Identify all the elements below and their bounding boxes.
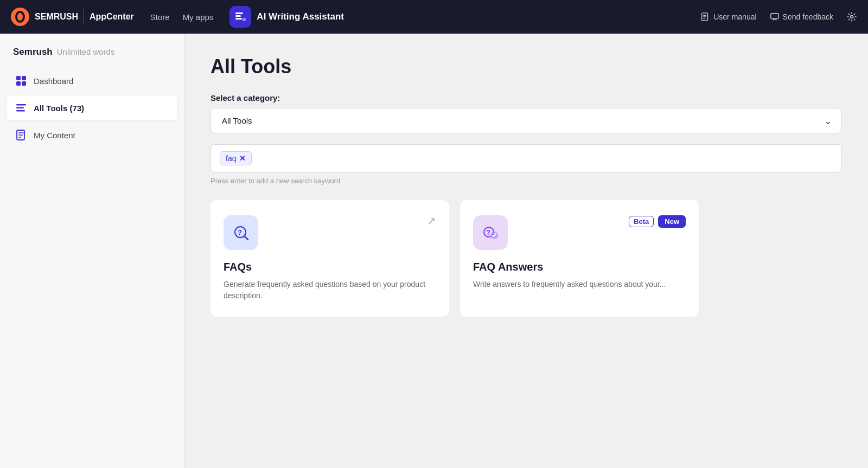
semrush-logo-icon <box>11 8 29 26</box>
appcenter-text: AppCenter <box>90 12 134 22</box>
sidebar-item-dashboard-label: Dashboard <box>34 76 73 86</box>
category-label: Select a category: <box>210 93 842 102</box>
category-select-wrapper: All Tools SEO Content Social Media ⌄ <box>210 108 842 133</box>
header-divider <box>84 9 84 24</box>
search-tag-close-button[interactable]: ✕ <box>239 155 246 162</box>
badge-beta: Beta <box>629 216 654 227</box>
sidebar-item-my-content-label: My Content <box>34 131 75 140</box>
my-content-icon <box>15 129 27 141</box>
svg-rect-19 <box>16 110 25 112</box>
app-title-section: AI Writing Assistant <box>229 6 344 28</box>
layout: Semrush Unlimited words Dashboard <box>0 34 868 468</box>
book-icon <box>700 12 710 22</box>
cards-grid: ? ↗ FAQs Generate frequently asked quest… <box>210 200 699 317</box>
dashboard-icon <box>15 75 27 87</box>
faqs-card-title: FAQs <box>224 261 436 273</box>
card-top-faq-answers: ? Beta New <box>473 215 686 250</box>
faq-answers-card-title: FAQ Answers <box>473 261 686 273</box>
app-title-text: AI Writing Assistant <box>257 11 344 22</box>
send-feedback-button[interactable]: Send feedback <box>770 12 833 22</box>
user-manual-button[interactable]: User manual <box>700 12 756 22</box>
faq-answers-card-desc: Write answers to frequently asked questi… <box>473 279 686 290</box>
svg-rect-15 <box>16 81 21 86</box>
svg-rect-13 <box>16 76 21 80</box>
svg-rect-14 <box>22 76 26 80</box>
category-select[interactable]: All Tools SEO Content Social Media <box>210 108 842 133</box>
card-arrow-faqs: ↗ <box>427 215 436 226</box>
card-badges-faq-answers: Beta New <box>629 215 686 228</box>
search-tag-text: faq <box>226 154 236 163</box>
main-content: All Tools Select a category: All Tools S… <box>184 34 868 468</box>
svg-rect-5 <box>235 18 242 20</box>
myapps-link[interactable]: My apps <box>183 12 214 22</box>
brand-name: SEMRUSH <box>35 12 78 22</box>
header: SEMRUSH AppCenter Store My apps AI Writi… <box>0 0 868 34</box>
svg-point-12 <box>851 16 853 18</box>
tool-card-faq-answers[interactable]: ? Beta New FAQ Answers Write answers to … <box>460 200 699 317</box>
svg-rect-17 <box>16 104 26 106</box>
badge-new: New <box>658 215 686 228</box>
header-nav: Store My apps <box>150 12 214 22</box>
search-box[interactable]: faq ✕ <box>210 144 842 172</box>
app-icon <box>229 6 251 28</box>
header-right: User manual Send feedback <box>700 11 857 22</box>
search-hint: Press enter to add a new search keyword <box>210 177 842 185</box>
svg-point-26 <box>243 235 246 238</box>
faq-answers-card-icon: ? <box>473 215 508 250</box>
writing-assistant-icon <box>234 10 247 23</box>
sidebar: Semrush Unlimited words Dashboard <box>0 34 184 468</box>
search-tag-faq: faq ✕ <box>220 151 252 165</box>
store-link[interactable]: Store <box>150 12 170 22</box>
send-feedback-label: Send feedback <box>783 12 833 21</box>
sidebar-item-my-content[interactable]: My Content <box>7 123 177 148</box>
svg-rect-4 <box>235 15 241 17</box>
faqs-card-desc: Generate frequently asked questions base… <box>224 279 436 302</box>
faqs-icon: ? <box>231 222 251 243</box>
card-top-faqs: ? ↗ <box>224 215 436 250</box>
sidebar-item-all-tools-label: All Tools (73) <box>34 104 84 113</box>
page-title: All Tools <box>210 55 842 78</box>
user-manual-label: User manual <box>713 12 756 21</box>
logo-wrapper: SEMRUSH AppCenter <box>11 8 134 26</box>
sidebar-item-all-tools[interactable]: All Tools (73) <box>7 95 177 120</box>
settings-button[interactable] <box>846 11 857 22</box>
tool-card-faqs[interactable]: ? ↗ FAQs Generate frequently asked quest… <box>210 200 449 317</box>
svg-point-6 <box>242 18 246 21</box>
sidebar-nav: Dashboard All Tools (73) <box>0 68 184 148</box>
sidebar-item-dashboard[interactable]: Dashboard <box>7 68 177 93</box>
svg-text:?: ? <box>486 228 490 236</box>
svg-rect-3 <box>235 12 243 14</box>
sidebar-brand: Semrush <box>13 47 53 57</box>
svg-rect-16 <box>22 81 26 86</box>
faqs-card-icon: ? <box>224 215 258 250</box>
faq-answers-icon: ? <box>480 222 501 243</box>
svg-rect-11 <box>770 14 778 19</box>
svg-text:?: ? <box>238 228 242 236</box>
feedback-icon <box>770 12 780 22</box>
svg-point-2 <box>17 13 23 21</box>
all-tools-icon <box>15 102 27 114</box>
sidebar-plan: Unlimited words <box>57 47 115 56</box>
svg-rect-18 <box>16 107 24 109</box>
sidebar-header: Semrush Unlimited words <box>0 47 184 68</box>
gear-icon <box>846 11 857 22</box>
